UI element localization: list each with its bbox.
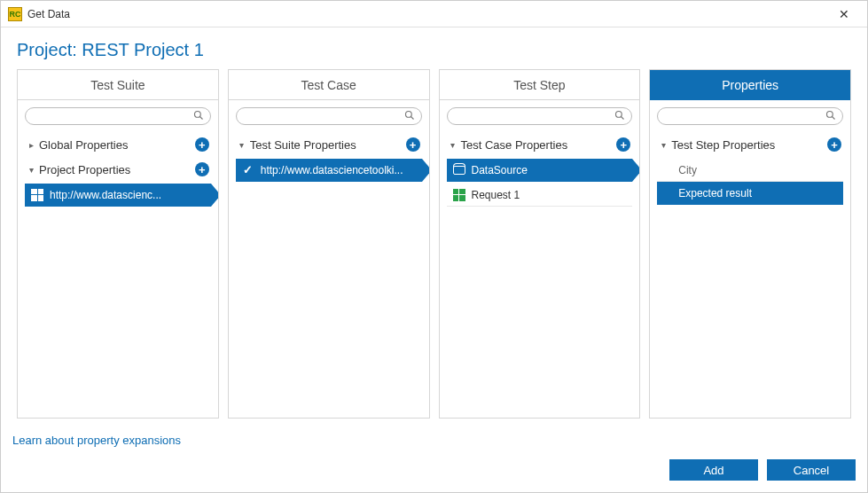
close-button[interactable]: ✕ [828,2,860,27]
datasource-icon [452,163,466,177]
title-bar: RC Get Data ✕ [1,1,867,27]
property-item-label: Expected result [678,187,752,200]
column-test-suite: Test Suite ▸ Global Properties + ▾ Proje… [17,69,219,419]
group-label: Test Case Properties [461,138,617,152]
search-wrap-test-case [236,107,422,125]
add-test-step-property-button[interactable]: + [827,137,841,152]
column-header-test-case: Test Case [229,70,429,100]
window-title: Get Data [27,8,828,20]
group-test-suite-properties[interactable]: ▾ Test Suite Properties + [236,134,422,155]
search-input-properties[interactable] [657,107,843,125]
property-item-label: City [678,164,697,176]
column-body-test-suite: ▸ Global Properties + ▾ Project Properti… [18,100,218,418]
column-body-test-case: ▾ Test Suite Properties + ✓ http://www.d… [229,100,429,418]
chevron-down-icon: ▾ [27,165,35,175]
test-step-item-datasource[interactable]: DataSource [447,159,633,182]
property-item-expected-result[interactable]: Expected result [657,182,843,205]
chevron-down-icon: ▾ [238,140,246,150]
column-body-properties: ▾ Test Step Properties + City Expected r… [650,100,850,418]
request-icon [452,188,466,202]
add-project-property-button[interactable]: + [195,162,209,176]
footer: Learn about property expansions Add Canc… [12,434,856,481]
columns: Test Suite ▸ Global Properties + ▾ Proje… [17,69,851,419]
project-icon [30,188,44,202]
project-title: Project: REST Project 1 [17,40,851,60]
test-case-item[interactable]: ✓ http://www.datasciencetoolki... [236,159,422,182]
test-step-item-label: Request 1 [472,189,629,201]
group-label: Project Properties [39,163,195,176]
group-project-properties[interactable]: ▾ Project Properties + [25,159,211,180]
chevron-down-icon: ▾ [659,140,668,150]
search-input-test-step[interactable] [447,107,633,125]
column-header-test-suite: Test Suite [18,70,218,100]
add-test-suite-property-button[interactable]: + [406,137,420,152]
column-properties: Properties ▾ Test Step Properties + City [649,69,851,419]
test-suite-item[interactable]: http://www.datascienc... [25,184,211,207]
chevron-down-icon: ▾ [449,140,457,150]
column-header-test-step: Test Step [440,70,640,100]
search-wrap-properties [657,107,843,125]
group-global-properties[interactable]: ▸ Global Properties + [25,134,211,155]
group-test-step-properties[interactable]: ▾ Test Step Properties + [657,134,843,155]
test-step-item-label: DataSource [472,164,629,176]
column-test-case: Test Case ▾ Test Suite Properties + ✓ ht… [228,69,430,419]
close-icon: ✕ [839,7,849,21]
property-item-city[interactable]: City [657,159,843,182]
test-case-item-label: http://www.datasciencetoolki... [261,164,418,176]
group-label: Test Suite Properties [250,138,406,152]
column-body-test-step: ▾ Test Case Properties + DataSource Requ… [440,100,640,418]
main-area: Project: REST Project 1 Test Suite ▸ Glo… [1,27,867,419]
search-wrap-test-suite [25,107,211,125]
group-label: Global Properties [39,138,195,152]
app-icon: RC [8,7,22,21]
chevron-right-icon: ▸ [27,140,35,150]
column-header-properties: Properties [650,70,850,100]
search-input-test-suite[interactable] [25,107,211,125]
add-global-property-button[interactable]: + [195,137,209,152]
search-wrap-test-step [447,107,633,125]
test-step-item-request[interactable]: Request 1 [447,184,633,207]
learn-link[interactable]: Learn about property expansions [12,434,181,447]
add-test-case-property-button[interactable]: + [616,137,630,152]
check-icon: ✓ [241,163,255,177]
test-suite-item-label: http://www.datascienc... [50,189,207,201]
column-test-step: Test Step ▾ Test Case Properties + DataS… [439,69,641,419]
add-button[interactable]: Add [669,459,758,481]
search-input-test-case[interactable] [236,107,422,125]
group-test-case-properties[interactable]: ▾ Test Case Properties + [447,134,633,155]
group-label: Test Step Properties [671,138,827,152]
cancel-button[interactable]: Cancel [767,459,856,481]
footer-buttons: Add Cancel [12,459,856,481]
